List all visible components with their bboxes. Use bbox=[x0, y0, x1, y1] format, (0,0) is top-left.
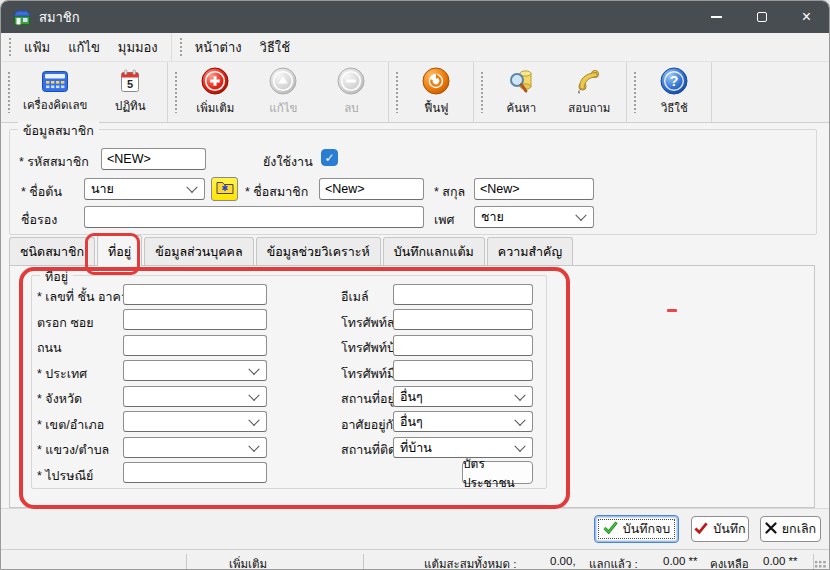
surname-input[interactable] bbox=[474, 178, 594, 200]
search-button[interactable]: ค้นหา bbox=[487, 64, 555, 120]
middle-name-input[interactable] bbox=[84, 206, 424, 228]
chevron-down-icon bbox=[248, 363, 259, 374]
status-mode: เพิ่มเติม bbox=[229, 555, 267, 570]
help-button[interactable]: ? วิธีใช้ bbox=[640, 64, 708, 120]
toolbar-gripper bbox=[179, 37, 183, 57]
middle-name-label: ชื่อรอง bbox=[21, 210, 57, 230]
calculator-label: เครื่องคิดเลข bbox=[23, 96, 87, 114]
resize-grip[interactable] bbox=[814, 560, 827, 570]
menu-group-main: แฟ้ม แก้ไข มุมมอง bbox=[1, 33, 172, 61]
member-code-label: * รหัสสมาชิก bbox=[19, 152, 89, 172]
cancel-label: ยกเลิก bbox=[782, 519, 816, 539]
menu-group-window: หน้าต่าง วิธีใช้ bbox=[172, 33, 303, 61]
home-phone-input[interactable] bbox=[393, 335, 533, 356]
minimize-button[interactable] bbox=[694, 1, 739, 33]
active-checkbox[interactable]: ✓ bbox=[321, 149, 338, 166]
member-code-input[interactable] bbox=[101, 148, 206, 170]
gender-value: ชาย bbox=[481, 207, 504, 227]
mobile-phone-input[interactable] bbox=[393, 360, 533, 381]
toolbar-group-help: ? วิธีใช้ bbox=[627, 62, 712, 122]
chevron-down-icon bbox=[186, 182, 197, 193]
district-combo[interactable] bbox=[123, 411, 267, 432]
status-remain-label: คงเหลือ bbox=[710, 555, 749, 570]
surname-label: * สกุล bbox=[434, 182, 465, 202]
office-phone-input[interactable] bbox=[393, 309, 533, 330]
maximize-button[interactable] bbox=[739, 1, 784, 33]
search-label: ค้นหา bbox=[507, 99, 537, 117]
current-residence-combo[interactable]: อื่นๆ bbox=[393, 386, 533, 407]
toolbar-group-tools: เครื่องคิดเลข 5 ปฏิทิน bbox=[1, 62, 168, 122]
folder-asterisk-icon bbox=[216, 180, 234, 198]
cancel-x-icon bbox=[765, 522, 777, 537]
address-number-input[interactable] bbox=[123, 284, 267, 305]
svg-text:5: 5 bbox=[127, 78, 133, 90]
gender-combo[interactable]: ชาย bbox=[474, 206, 594, 228]
prefix-combo[interactable]: นาย bbox=[84, 178, 205, 200]
menu-file[interactable]: แฟ้ม bbox=[15, 34, 59, 61]
email-label: อีเมล์ bbox=[341, 287, 369, 307]
cancel-button[interactable]: ยกเลิก bbox=[760, 516, 821, 542]
address-number-label: * เลขที่ ชั้น อาคาร bbox=[37, 287, 135, 307]
calendar-icon: 5 bbox=[119, 69, 141, 95]
tab-importance[interactable]: ความสำคัญ bbox=[487, 237, 573, 266]
menu-view[interactable]: มุมมอง bbox=[109, 34, 167, 61]
delete-icon bbox=[337, 67, 365, 97]
id-card-button[interactable]: บัตรประชาชน bbox=[462, 461, 533, 484]
tab-points-log[interactable]: บันทึกแลกแต้ม bbox=[383, 237, 485, 266]
status-points-label: แต้มสะสมทั้งหมด : bbox=[424, 555, 516, 570]
postcode-input[interactable] bbox=[123, 462, 267, 483]
country-combo[interactable] bbox=[123, 360, 267, 381]
chevron-down-icon bbox=[248, 440, 259, 451]
prefix-label: * ชื่อต้น bbox=[21, 182, 62, 202]
member-name-label: * ชื่อสมาชิก bbox=[245, 182, 308, 202]
tab-member-type[interactable]: ชนิดสมาชิก bbox=[9, 237, 95, 266]
close-button[interactable]: × bbox=[784, 1, 829, 33]
living-with-combo[interactable]: อื่นๆ bbox=[393, 411, 533, 432]
tab-analysis-info[interactable]: ข้อมูลช่วยวิเคราะห์ bbox=[256, 237, 381, 266]
save-finish-button[interactable]: บันทึกจบ bbox=[594, 515, 679, 543]
chevron-down-icon bbox=[248, 389, 259, 400]
alley-label: ตรอก ซอย bbox=[37, 313, 94, 333]
status-bar: เพิ่มเติม แต้มสะสมทั้งหมด : 0.00, แลกแล้… bbox=[1, 549, 829, 570]
menu-help[interactable]: วิธีใช้ bbox=[251, 34, 299, 61]
road-input[interactable] bbox=[123, 335, 267, 356]
help-icon: ? bbox=[660, 67, 688, 97]
toolbar-gripper bbox=[633, 71, 637, 113]
chevron-down-icon bbox=[514, 414, 525, 425]
add-button[interactable]: เพิ่มเติม bbox=[181, 64, 249, 120]
living-with-value: อื่นๆ bbox=[400, 412, 423, 432]
subdistrict-combo[interactable] bbox=[123, 437, 267, 458]
save-button[interactable]: บันทึก bbox=[691, 516, 749, 542]
inquire-button[interactable]: สอบถาม bbox=[555, 64, 623, 120]
refresh-button[interactable]: ฟื้นฟู bbox=[402, 64, 470, 120]
status-points-value: 0.00, bbox=[550, 555, 576, 567]
email-input[interactable] bbox=[393, 284, 533, 305]
add-label: เพิ่มเติม bbox=[196, 99, 234, 117]
title-bar: สมาชิก × bbox=[1, 1, 829, 33]
chevron-down-icon bbox=[248, 414, 259, 425]
tab-personal-info[interactable]: ข้อมูลส่วนบุคคล bbox=[144, 237, 253, 266]
province-combo[interactable] bbox=[123, 386, 267, 407]
status-remain-value: 0.00 ** bbox=[763, 555, 798, 567]
toolbar: เครื่องคิดเลข 5 ปฏิทิน bbox=[1, 62, 829, 123]
red-check-icon bbox=[694, 522, 708, 537]
current-residence-value: อื่นๆ bbox=[400, 387, 423, 407]
check-icon: ✓ bbox=[324, 151, 334, 165]
alley-input[interactable] bbox=[123, 309, 267, 330]
calculator-button[interactable]: เครื่องคิดเลข bbox=[14, 68, 96, 117]
app-icon bbox=[13, 10, 31, 25]
refresh-label: ฟื้นฟู bbox=[424, 99, 448, 117]
new-prefix-button[interactable] bbox=[211, 177, 238, 201]
tab-address[interactable]: ที่อยู่ bbox=[97, 235, 142, 266]
menu-edit[interactable]: แก้ไข bbox=[59, 34, 109, 61]
phone-icon bbox=[575, 67, 603, 97]
edit-icon bbox=[269, 67, 297, 97]
toolbar-group-record: เพิ่มเติม แก้ไข bbox=[168, 62, 389, 122]
id-card-button-label: บัตรประชาชน bbox=[463, 454, 532, 492]
calendar-button[interactable]: 5 ปฏิทิน bbox=[96, 66, 164, 118]
member-name-input[interactable] bbox=[319, 178, 424, 200]
toolbar-gripper bbox=[174, 71, 178, 113]
save-finish-label: บันทึกจบ bbox=[623, 519, 671, 539]
chevron-down-icon bbox=[514, 389, 525, 400]
menu-window[interactable]: หน้าต่าง bbox=[186, 34, 251, 61]
